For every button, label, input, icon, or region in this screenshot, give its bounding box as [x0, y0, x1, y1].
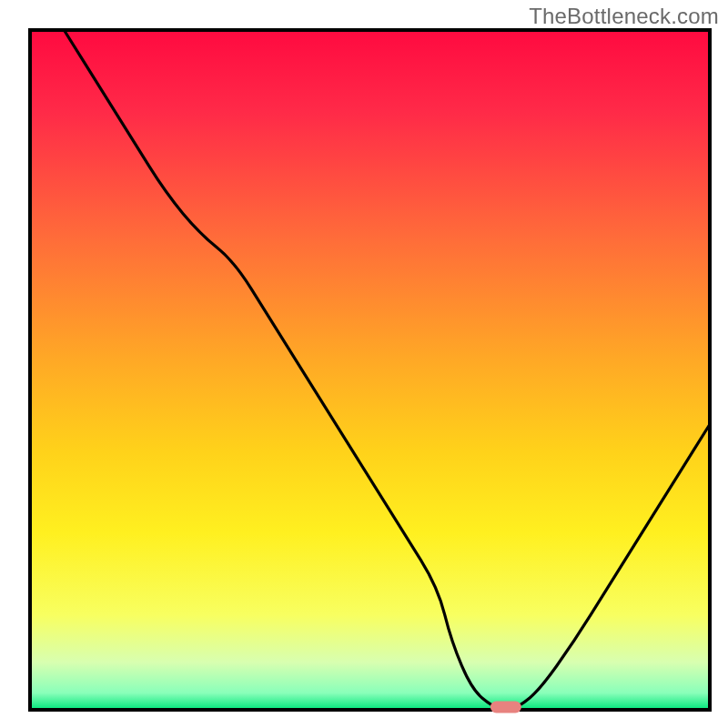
bottleneck-chart — [0, 0, 728, 728]
chart-container: TheBottleneck.com — [0, 0, 728, 728]
optimal-point-marker — [490, 702, 521, 713]
plot-background — [30, 30, 710, 710]
watermark-text: TheBottleneck.com — [529, 4, 719, 29]
